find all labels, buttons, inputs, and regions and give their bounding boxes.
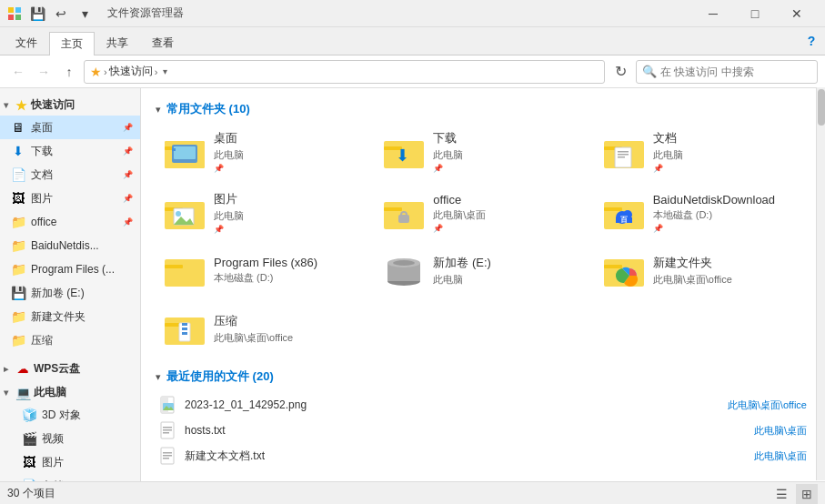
download-folder-info: 下载 此电脑 📌 bbox=[433, 130, 463, 173]
tab-home[interactable]: 主页 bbox=[49, 32, 95, 55]
folder-item-desktop[interactable]: 桌面 此电脑 📌 bbox=[156, 125, 371, 178]
title-bar-left: 💾 ↩ ▾ 文件资源管理器 bbox=[7, 4, 184, 24]
folder-item-baidu[interactable]: 百 BaiduNetdiskDownload 本地磁盘 (D:) 📌 bbox=[595, 186, 810, 239]
pin-icon: 📌 bbox=[123, 123, 133, 132]
thispc-toggle-icon: ▾ bbox=[4, 388, 8, 398]
programfiles-folder-name: Program Files (x86) bbox=[214, 256, 317, 269]
svg-rect-33 bbox=[165, 259, 205, 287]
status-bar: 30 个项目 ☰ ⊞ bbox=[0, 481, 825, 504]
sidebar-item-pictures2[interactable]: 🖼 图片 bbox=[0, 450, 140, 474]
sidebar-item-office[interactable]: 📁 office 📌 bbox=[0, 210, 140, 234]
search-input[interactable] bbox=[660, 66, 811, 78]
qat-save-button[interactable]: 💾 bbox=[27, 4, 47, 24]
folder-item-documents[interactable]: 文档 此电脑 📌 bbox=[595, 125, 810, 178]
sidebar-item-download[interactable]: ⬇ 下载 📌 bbox=[0, 139, 140, 163]
svg-rect-1 bbox=[15, 7, 21, 13]
download-pin-icon: 📌 bbox=[433, 164, 463, 173]
recent-item-png[interactable]: 2023-12_01_142952.png 此电脑\桌面\office bbox=[156, 392, 810, 418]
view-list-button[interactable]: ☰ bbox=[770, 484, 792, 504]
recent-item-hosts[interactable]: hosts.txt 此电脑\桌面 bbox=[156, 418, 810, 443]
quickaccess-star-icon: ★ bbox=[15, 98, 27, 113]
quick-access-toolbar: 💾 ↩ ▾ bbox=[27, 4, 95, 24]
minimize-button[interactable]: ─ bbox=[692, 0, 734, 27]
baidu-folder-icon-main: 百 bbox=[602, 195, 646, 231]
recent-files-title: 最近使用的文件 (20) bbox=[166, 368, 274, 385]
baidu-folder-info: BaiduNetdiskDownload 本地磁盘 (D:) 📌 bbox=[653, 193, 775, 233]
sidebar-pictures-label: 图片 bbox=[31, 191, 53, 207]
search-box[interactable]: 🔍 bbox=[636, 60, 818, 84]
path-dropdown-icon[interactable]: ▾ bbox=[163, 66, 167, 76]
refresh-button[interactable]: ↻ bbox=[609, 60, 632, 84]
baidu-folder-icon: 📁 bbox=[11, 238, 25, 253]
sidebar-thispc-header[interactable]: ▾ 💻 此电脑 bbox=[0, 379, 140, 403]
up-button[interactable]: ↑ bbox=[58, 61, 80, 83]
forward-button[interactable]: → bbox=[33, 61, 55, 83]
folder-item-download[interactable]: ⬇ 下载 此电脑 📌 bbox=[375, 125, 590, 178]
sidebar-item-pictures[interactable]: 🖼 图片 📌 bbox=[0, 186, 140, 210]
help-button[interactable]: ? bbox=[801, 31, 821, 51]
status-view-controls: ☰ ⊞ bbox=[770, 484, 818, 504]
compress-folder-info: 压缩 此电脑\桌面\office bbox=[214, 313, 293, 345]
video-icon: 🎬 bbox=[22, 431, 36, 446]
qat-dropdown-button[interactable]: ▾ bbox=[75, 4, 95, 24]
svg-rect-16 bbox=[618, 151, 629, 153]
svg-rect-17 bbox=[618, 154, 629, 156]
folder-item-programfiles[interactable]: Program Files (x86) 本地磁盘 (D:) bbox=[156, 247, 371, 294]
recent-files-header[interactable]: ▾ 最近使用的文件 (20) bbox=[156, 363, 810, 392]
scrollbar-thumb[interactable] bbox=[818, 89, 825, 126]
address-bar: ← → ↑ ★ › 快速访问 › ▾ ↻ 🔍 bbox=[0, 55, 825, 88]
sidebar-item-newvol[interactable]: 💾 新加卷 (E:) bbox=[0, 281, 140, 305]
recent-newdoc-name: 新建文本文档.txt bbox=[185, 449, 747, 464]
newfolder-icon: 📁 bbox=[11, 309, 25, 324]
recent-files-list: 2023-12_01_142952.png 此电脑\桌面\office host… bbox=[156, 392, 810, 469]
folder-item-compress[interactable]: 压缩 此电脑\桌面\office bbox=[156, 305, 372, 352]
sidebar-download-label: 下载 bbox=[31, 144, 53, 159]
back-button[interactable]: ← bbox=[7, 61, 29, 83]
pictures-folder-icon bbox=[163, 195, 206, 231]
folder-item-pictures[interactable]: 图片 此电脑 📌 bbox=[156, 186, 371, 239]
sidebar-item-documents[interactable]: 📄 文档 📌 bbox=[0, 163, 140, 186]
svg-rect-0 bbox=[8, 7, 14, 13]
sidebar-quickaccess-header[interactable]: ▾ ★ 快速访问 bbox=[0, 92, 140, 116]
sidebar-item-newfolder[interactable]: 📁 新建文件夹 bbox=[0, 305, 140, 328]
folder-item-office[interactable]: office 此电脑\桌面 📌 bbox=[375, 186, 590, 239]
folder-item-newvol[interactable]: 新加卷 (E:) 此电脑 bbox=[375, 247, 590, 294]
pin-icon-5: 📌 bbox=[123, 217, 133, 227]
sidebar-item-compress[interactable]: 📁 压缩 bbox=[0, 328, 140, 352]
sidebar-baidu-label: BaiduNetdis... bbox=[31, 239, 99, 252]
sidebar-item-3d[interactable]: 🧊 3D 对象 bbox=[0, 403, 140, 427]
tab-share[interactable]: 共享 bbox=[95, 31, 140, 55]
view-grid-button[interactable]: ⊞ bbox=[796, 484, 818, 504]
office-folder-name: office bbox=[433, 193, 486, 207]
svg-rect-57 bbox=[163, 452, 172, 454]
office-folder-path: 此电脑\桌面 bbox=[433, 208, 486, 222]
path-quickaccess[interactable]: 快速访问 bbox=[109, 64, 153, 79]
sidebar-item-video[interactable]: 🎬 视频 bbox=[0, 427, 140, 450]
tab-file[interactable]: 文件 bbox=[4, 31, 49, 55]
folder-item-newfolder[interactable]: 新建文件夹 此电脑\桌面\office bbox=[595, 247, 810, 294]
svg-rect-54 bbox=[163, 429, 172, 431]
address-path[interactable]: ★ › 快速访问 › ▾ bbox=[84, 60, 605, 84]
sidebar-item-documents2[interactable]: 📄 文档 bbox=[0, 474, 140, 481]
svg-text:百: 百 bbox=[620, 216, 628, 224]
thispc-label: 此电脑 bbox=[34, 385, 66, 400]
svg-point-22 bbox=[176, 211, 181, 217]
sidebar-newfolder-label: 新建文件夹 bbox=[31, 309, 86, 325]
sidebar-item-baidunetdisk[interactable]: 📁 BaiduNetdis... bbox=[0, 234, 140, 257]
common-folders-header[interactable]: ▾ 常用文件夹 (10) bbox=[156, 96, 810, 125]
sidebar-item-programfiles[interactable]: 📁 Program Files (... bbox=[0, 257, 140, 281]
qat-undo-button[interactable]: ↩ bbox=[51, 4, 71, 24]
recent-hosts-name: hosts.txt bbox=[185, 424, 747, 437]
scrollbar-track[interactable] bbox=[816, 88, 825, 480]
svg-rect-28 bbox=[604, 207, 622, 211]
recent-item-newdoc[interactable]: 新建文本文档.txt 此电脑\桌面 bbox=[156, 443, 810, 469]
maximize-button[interactable]: □ bbox=[734, 0, 776, 27]
svg-rect-3 bbox=[15, 15, 21, 20]
tab-view[interactable]: 查看 bbox=[140, 31, 186, 55]
sidebar-item-desktop[interactable]: 🖥 桌面 📌 bbox=[0, 116, 140, 139]
png-file-icon bbox=[159, 396, 177, 414]
sidebar: ▾ ★ 快速访问 🖥 桌面 📌 ⬇ 下载 📌 📄 文档 📌 🖼 图片 📌 📁 o… bbox=[0, 88, 141, 481]
close-button[interactable]: ✕ bbox=[776, 0, 818, 27]
svg-rect-58 bbox=[163, 455, 172, 457]
sidebar-wps-header[interactable]: ▸ ☁ WPS云盘 bbox=[0, 356, 140, 379]
